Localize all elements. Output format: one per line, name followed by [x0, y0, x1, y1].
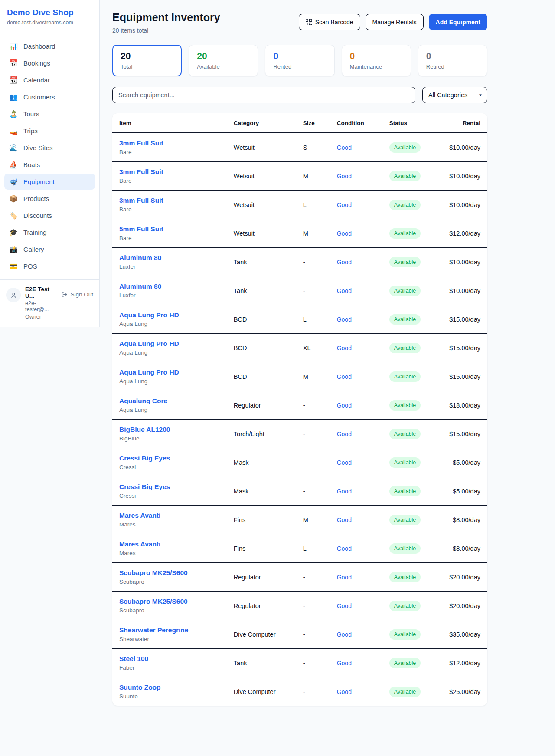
item-name-link[interactable]: Scubapro MK25/S600	[119, 598, 188, 605]
stat-card[interactable]: 0 Retired	[418, 45, 487, 76]
item-name-link[interactable]: Aqua Lung Pro HD	[119, 311, 179, 319]
item-condition-link[interactable]: Good	[337, 545, 352, 552]
item-size: -	[296, 620, 330, 649]
item-name-link[interactable]: Aqualung Core	[119, 397, 167, 405]
condition-cell: Good	[330, 362, 382, 391]
sidebar-item[interactable]: ⛵ Boats	[4, 157, 95, 173]
column-header-size: Size	[296, 113, 330, 133]
item-condition-link[interactable]: Good	[337, 688, 352, 695]
sidebar-item-icon: 📊	[9, 42, 18, 50]
item-name-link[interactable]: Scubapro MK25/S600	[119, 569, 188, 577]
item-name-link[interactable]: Shearwater Peregrine	[119, 626, 188, 634]
item-condition-link[interactable]: Good	[337, 402, 352, 409]
stat-label: Rented	[273, 63, 326, 70]
sidebar-item-icon: 🎓	[9, 228, 18, 237]
search-input[interactable]	[112, 87, 415, 103]
stat-card[interactable]: 0 Maintenance	[342, 45, 411, 76]
item-rental: $15.00/day	[442, 334, 487, 362]
equipment-table-card: Item Category Size Condition Status Rent…	[112, 113, 487, 706]
sidebar-item-label: POS	[23, 263, 37, 270]
item-condition-link[interactable]: Good	[337, 602, 352, 609]
item-condition-link[interactable]: Good	[337, 631, 352, 638]
stat-card[interactable]: 20 Total	[112, 45, 182, 76]
sidebar-item[interactable]: 📆 Calendar	[4, 72, 95, 88]
item-condition-link[interactable]: Good	[337, 287, 352, 294]
sidebar-item[interactable]: 🌊 Dive Sites	[4, 140, 95, 156]
item-name-link[interactable]: Mares Avanti	[119, 540, 160, 548]
sidebar-item[interactable]: 🤿 Equipment	[4, 174, 95, 190]
item-condition-link[interactable]: Good	[337, 574, 352, 581]
item-name-link[interactable]: 3mm Full Suit	[119, 139, 163, 147]
status-cell: Available	[382, 677, 442, 706]
item-condition-link[interactable]: Good	[337, 201, 352, 208]
stat-card[interactable]: 0 Rented	[265, 45, 334, 76]
manage-rentals-button[interactable]: Manage Rentals	[366, 14, 424, 30]
item-name-link[interactable]: Mares Avanti	[119, 512, 160, 519]
item-cell: 3mm Full Suit Bare	[112, 191, 227, 219]
sign-out-button[interactable]: Sign Out	[61, 291, 93, 298]
sidebar-item[interactable]: 🚤 Trips	[4, 123, 95, 139]
category-select[interactable]: All Categories ▼	[422, 87, 487, 103]
item-name-link[interactable]: BigBlue AL1200	[119, 426, 170, 434]
sidebar-item[interactable]: 📦 Products	[4, 191, 95, 207]
item-name-link[interactable]: 3mm Full Suit	[119, 197, 163, 204]
item-condition-link[interactable]: Good	[337, 660, 352, 667]
table-row: Cressi Big Eyes Cressi Mask - Good Avail…	[112, 448, 487, 477]
stat-card[interactable]: 20 Available	[189, 45, 258, 76]
item-name-link[interactable]: 3mm Full Suit	[119, 168, 163, 176]
item-brand: Bare	[119, 177, 220, 184]
table-row: Aqua Lung Pro HD Aqua Lung BCD M Good Av…	[112, 362, 487, 391]
filter-bar: All Categories ▼	[112, 87, 487, 103]
condition-cell: Good	[330, 534, 382, 563]
item-condition-link[interactable]: Good	[337, 459, 352, 466]
item-name-link[interactable]: Aluminum 80	[119, 254, 161, 262]
sidebar-item[interactable]: 💳 POS	[4, 258, 95, 274]
sidebar-item[interactable]: 👥 Customers	[4, 89, 95, 105]
sidebar-item[interactable]: 🏝️ Tours	[4, 106, 95, 122]
status-cell: Available	[382, 563, 442, 592]
item-name-link[interactable]: Aqua Lung Pro HD	[119, 340, 179, 348]
condition-cell: Good	[330, 219, 382, 248]
item-name-link[interactable]: Steel 100	[119, 655, 148, 663]
item-condition-link[interactable]: Good	[337, 345, 352, 352]
sidebar-item[interactable]: 📸 Gallery	[4, 241, 95, 257]
item-condition-link[interactable]: Good	[337, 316, 352, 323]
item-condition-link[interactable]: Good	[337, 230, 352, 237]
brand-title[interactable]: Demo Dive Shop	[7, 8, 92, 17]
sidebar-item-icon: 👥	[9, 93, 18, 101]
item-rental: $5.00/day	[442, 477, 487, 506]
table-row: Cressi Big Eyes Cressi Mask - Good Avail…	[112, 477, 487, 506]
item-condition-link[interactable]: Good	[337, 488, 352, 495]
sidebar-item[interactable]: 🏷️ Discounts	[4, 207, 95, 224]
item-size: M	[296, 219, 330, 248]
item-name-link[interactable]: 5mm Full Suit	[119, 225, 163, 233]
add-equipment-button[interactable]: Add Equipment	[429, 14, 487, 30]
item-name-link[interactable]: Cressi Big Eyes	[119, 483, 170, 491]
item-condition-link[interactable]: Good	[337, 144, 352, 151]
stat-label: Retired	[426, 63, 479, 70]
sidebar-item[interactable]: 📅 Bookings	[4, 55, 95, 71]
item-name-link[interactable]: Aluminum 80	[119, 283, 161, 290]
item-size: -	[296, 420, 330, 448]
item-name-link[interactable]: Suunto Zoop	[119, 684, 161, 691]
item-condition-link[interactable]: Good	[337, 373, 352, 380]
item-brand: Cressi	[119, 464, 220, 470]
item-condition-link[interactable]: Good	[337, 431, 352, 437]
item-name-link[interactable]: Aqua Lung Pro HD	[119, 368, 179, 376]
status-badge: Available	[389, 314, 421, 325]
sidebar-item[interactable]: 📊 Dashboard	[4, 38, 95, 54]
scan-barcode-button[interactable]: Scan Barcode	[299, 14, 360, 30]
status-badge: Available	[389, 457, 421, 468]
item-rental: $12.00/day	[442, 649, 487, 677]
item-rental: $5.00/day	[442, 448, 487, 477]
item-condition-link[interactable]: Good	[337, 516, 352, 523]
item-rental: $18.00/day	[442, 391, 487, 420]
item-name-link[interactable]: Cressi Big Eyes	[119, 454, 170, 462]
item-brand: Bare	[119, 206, 220, 213]
item-condition-link[interactable]: Good	[337, 173, 352, 180]
condition-cell: Good	[330, 305, 382, 334]
sidebar-nav: 📊 Dashboard 📅 Bookings 📆 Calendar 👥 Cust…	[0, 32, 99, 279]
stat-value: 0	[426, 51, 479, 61]
item-condition-link[interactable]: Good	[337, 259, 352, 266]
sidebar-item[interactable]: 🎓 Training	[4, 224, 95, 240]
